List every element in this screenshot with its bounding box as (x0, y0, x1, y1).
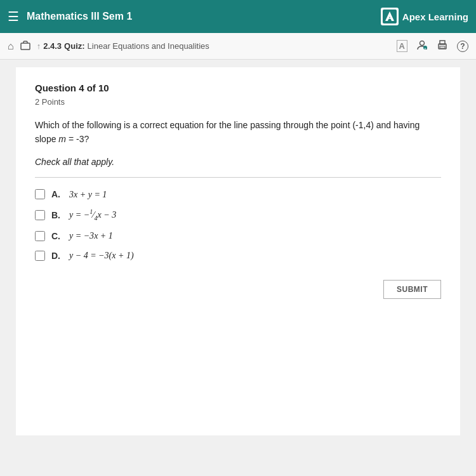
points-label: 2 Points (35, 97, 441, 107)
checkbox-d[interactable] (35, 251, 45, 261)
question-text: Which of the following is a correct equa… (35, 118, 441, 147)
apex-logo-icon (381, 8, 399, 25)
profile-icon[interactable]: + (416, 39, 428, 53)
answer-option-b: B. y = −1⁄4x − 3 (35, 209, 441, 221)
print-icon[interactable] (437, 39, 448, 53)
question-text-part1: Which of the following is a correct equa… (35, 120, 420, 144)
checkbox-b[interactable] (35, 210, 45, 220)
question-header: Question 4 of 10 (35, 83, 441, 93)
section-divider (35, 177, 441, 178)
breadcrumb-arrow-icon: ↑ (37, 41, 41, 51)
svg-text:+: + (425, 46, 426, 50)
question-text-part2: = -3? (66, 134, 89, 144)
formula-c: y = −3x + 1 (69, 230, 113, 241)
top-nav-left: ☰ Mathematics III Sem 1 (8, 9, 132, 24)
secondary-nav-right: A + ? (397, 39, 468, 53)
svg-rect-7 (440, 46, 445, 48)
check-all-instruction: Check all that apply. (35, 157, 441, 167)
option-label-b: B. (51, 210, 63, 220)
formula-d: y − 4 = −3(x + 1) (69, 250, 134, 261)
answer-option-c: C. y = −3x + 1 (35, 230, 441, 241)
apex-icon-svg (383, 10, 397, 23)
course-title: Mathematics III Sem 1 (27, 11, 132, 22)
menu-icon[interactable]: ☰ (8, 9, 19, 24)
content-area: Question 4 of 10 2 Points Which of the f… (16, 67, 460, 435)
font-size-icon[interactable]: A (397, 40, 407, 52)
option-label-c: C. (51, 231, 63, 241)
secondary-nav-bar: ⌂ ↑ 2.4.3 Quiz: Linear Equations and Ine… (0, 33, 476, 60)
breadcrumb-quiz-label: Quiz: (64, 41, 85, 51)
option-label-a: A. (51, 189, 63, 199)
formula-a: 3x + y = 1 (69, 189, 107, 200)
secondary-nav-left: ⌂ ↑ 2.4.3 Quiz: Linear Equations and Ine… (8, 40, 209, 53)
home-icon[interactable]: ⌂ (8, 41, 14, 52)
question-variable-m: m (58, 134, 66, 144)
portfolio-icon[interactable] (20, 40, 30, 53)
svg-point-2 (420, 41, 425, 45)
breadcrumb: ↑ 2.4.3 Quiz: Linear Equations and Inequ… (37, 41, 209, 51)
breadcrumb-topic: Linear Equations and Inequalities (88, 41, 209, 51)
submit-button[interactable]: SUBMIT (383, 280, 441, 299)
formula-b: y = −1⁄4x − 3 (69, 209, 116, 221)
answer-options-list: A. 3x + y = 1 B. y = −1⁄4x − 3 C. y = −3… (35, 189, 441, 261)
top-nav-bar: ☰ Mathematics III Sem 1 Apex Learning (0, 0, 476, 33)
help-icon[interactable]: ? (457, 41, 468, 52)
svg-rect-1 (21, 43, 30, 50)
answer-option-a: A. 3x + y = 1 (35, 189, 441, 200)
breadcrumb-number: 2.4.3 (43, 41, 62, 51)
checkbox-a[interactable] (35, 189, 45, 199)
submit-container: SUBMIT (35, 280, 441, 299)
option-label-d: D. (51, 251, 63, 261)
answer-option-d: D. y − 4 = −3(x + 1) (35, 250, 441, 261)
apex-logo: Apex Learning (381, 8, 468, 25)
checkbox-c[interactable] (35, 231, 45, 241)
apex-label: Apex Learning (402, 11, 468, 22)
